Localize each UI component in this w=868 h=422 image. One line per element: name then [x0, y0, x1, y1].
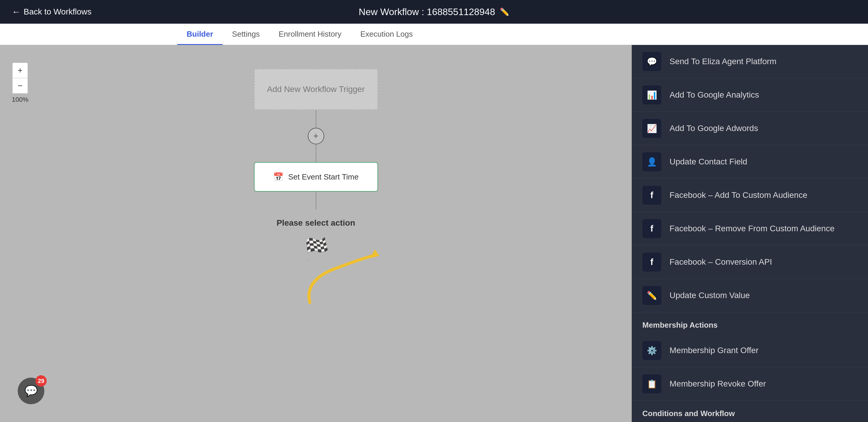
workflow-title: New Workflow : 1688551128948 ✏️ — [359, 6, 509, 18]
fb-remove-audience-label: Facebook – Remove From Custom Audience — [670, 224, 835, 233]
workflow-title-text: New Workflow : 1688551128948 — [359, 6, 495, 18]
membership-grant-icon: ⚙️ — [642, 341, 661, 360]
sidebar-item-membership-grant[interactable]: ⚙️ Membership Grant Offer — [632, 334, 868, 367]
chat-bubble-button[interactable]: 💬 29 — [18, 378, 44, 404]
google-adwords-icon: 📈 — [642, 119, 661, 138]
update-custom-label: Update Custom Value — [670, 291, 750, 300]
tab-execution-logs[interactable]: Execution Logs — [351, 24, 422, 45]
event-node[interactable]: 📅 Set Event Start Time — [254, 162, 378, 192]
sidebar-item-fb-conversion[interactable]: f Facebook – Conversion API — [632, 246, 868, 279]
google-adwords-label: Add To Google Adwords — [670, 123, 758, 133]
send-to-eliza-icon: 💬 — [642, 52, 661, 71]
tab-bar: Builder Settings Enrollment History Exec… — [0, 24, 868, 45]
trigger-node-label: Add New Workflow Trigger — [267, 85, 365, 94]
tab-settings[interactable]: Settings — [223, 24, 269, 45]
edit-icon[interactable]: ✏️ — [500, 7, 509, 17]
membership-revoke-icon: 📋 — [642, 374, 661, 393]
workflow-nodes: Add New Workflow Trigger + 📅 Set Event S… — [254, 68, 378, 262]
event-node-label: Set Event Start Time — [288, 172, 359, 181]
fb-add-audience-icon: f — [642, 186, 661, 205]
chat-bubble-icon: 💬 — [25, 385, 38, 397]
tab-enrollment-history[interactable]: Enrollment History — [269, 24, 351, 45]
fb-conversion-label: Facebook – Conversion API — [670, 257, 772, 267]
back-button[interactable]: ← Back to Workflows — [12, 7, 92, 17]
fb-add-audience-label: Facebook – Add To Custom Audience — [670, 191, 807, 200]
membership-revoke-label: Membership Revoke Offer — [670, 379, 766, 389]
tab-builder[interactable]: Builder — [177, 24, 223, 45]
top-nav: ← Back to Workflows New Workflow : 16885… — [0, 0, 868, 24]
chat-badge: 29 — [35, 375, 46, 387]
calendar-icon: 📅 — [273, 172, 283, 182]
add-circle-icon: + — [313, 131, 319, 141]
membership-grant-label: Membership Grant Offer — [670, 346, 758, 355]
sidebar-item-fb-add-audience[interactable]: f Facebook – Add To Custom Audience — [632, 179, 868, 212]
membership-section-header: Membership Actions — [632, 312, 868, 334]
trigger-node[interactable]: Add New Workflow Trigger — [254, 68, 378, 110]
please-select-label: Please select action — [276, 218, 355, 228]
connector-line-2 — [316, 144, 316, 162]
zoom-out-button[interactable]: − — [12, 78, 28, 93]
fb-remove-audience-icon: f — [642, 219, 661, 238]
sidebar-item-membership-revoke[interactable]: 📋 Membership Revoke Offer — [632, 367, 868, 401]
sidebar-item-fb-remove-audience[interactable]: f Facebook – Remove From Custom Audience — [632, 212, 868, 246]
update-contact-label: Update Contact Field — [670, 157, 747, 167]
sidebar-item-google-adwords[interactable]: 📈 Add To Google Adwords — [632, 112, 868, 145]
sidebar-item-google-analytics[interactable]: 📊 Add To Google Analytics — [632, 78, 868, 112]
conditions-section-header: Conditions and Workflow — [632, 401, 868, 422]
google-analytics-icon: 📊 — [642, 85, 661, 104]
finish-flag-icon: 🏁 — [303, 236, 329, 262]
send-to-eliza-label: Send To Eliza Agent Platform — [670, 57, 776, 66]
update-contact-icon: 👤 — [642, 152, 661, 171]
back-label: Back to Workflows — [24, 7, 92, 17]
sidebar-item-update-contact[interactable]: 👤 Update Contact Field — [632, 145, 868, 179]
add-step-button[interactable]: + — [308, 128, 324, 144]
sidebar-item-update-custom[interactable]: ✏️ Update Custom Value — [632, 279, 868, 312]
sidebar-item-send-to-eliza[interactable]: 💬 Send To Eliza Agent Platform — [632, 45, 868, 78]
connector-line-1 — [316, 110, 316, 128]
zoom-level: 100% — [12, 96, 28, 104]
back-arrow-icon: ← — [12, 7, 21, 17]
zoom-controls: + − 100% — [12, 63, 28, 104]
update-custom-icon: ✏️ — [642, 286, 661, 305]
fb-conversion-icon: f — [642, 253, 661, 272]
main-content: + − 100% Add New Workflow Trigger + 📅 Se… — [0, 45, 868, 422]
canvas-area[interactable]: + − 100% Add New Workflow Trigger + 📅 Se… — [0, 45, 632, 422]
google-analytics-label: Add To Google Analytics — [670, 90, 759, 100]
right-sidebar: 💬 Send To Eliza Agent Platform 📊 Add To … — [632, 45, 868, 422]
zoom-in-button[interactable]: + — [12, 63, 28, 78]
connector-line-3 — [316, 192, 316, 209]
